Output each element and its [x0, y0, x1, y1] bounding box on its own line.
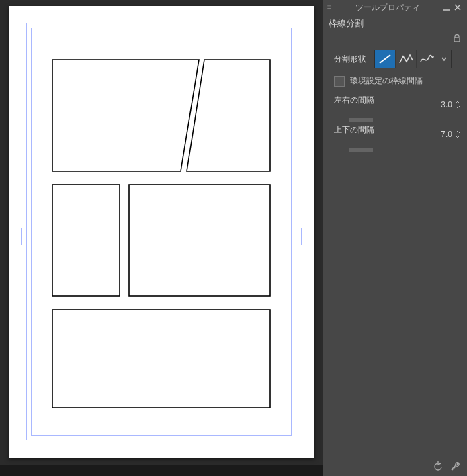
- panel-header[interactable]: ≡ ツールプロパティ: [323, 0, 467, 15]
- divide-shape-group: [374, 50, 452, 68]
- frame-panels[interactable]: [52, 59, 271, 419]
- crop-mark: [301, 228, 302, 245]
- frame-panel[interactable]: [52, 184, 120, 297]
- minimize-button[interactable]: [441, 2, 452, 13]
- horizontal-gap-slider[interactable]: [349, 118, 373, 122]
- shape-straight-button[interactable]: [375, 50, 396, 68]
- tool-property-panel: ≡ ツールプロパティ 枠線分割 分割形状: [323, 0, 467, 476]
- spinner-icon[interactable]: [455, 130, 460, 138]
- spinner-icon[interactable]: [455, 101, 460, 109]
- use-pref-gap-checkbox[interactable]: [334, 76, 345, 87]
- svg-rect-8: [454, 38, 460, 42]
- horizontal-gap-value[interactable]: 3.0: [441, 100, 460, 109]
- svg-rect-3: [129, 185, 270, 296]
- paper: [9, 6, 314, 458]
- panel-title: ツールプロパティ: [334, 2, 441, 13]
- svg-marker-0: [52, 60, 199, 171]
- canvas-area[interactable]: [0, 0, 323, 465]
- reset-icon[interactable]: [432, 461, 444, 473]
- svg-line-9: [380, 55, 390, 63]
- wrench-icon[interactable]: [450, 461, 462, 473]
- use-pref-gap-row: 環境設定の枠線間隔: [334, 75, 460, 87]
- divide-shape-row: 分割形状: [334, 50, 460, 68]
- crop-mark: [153, 17, 170, 17]
- lock-icon[interactable]: [452, 34, 462, 43]
- shape-polyline-button[interactable]: [396, 50, 417, 68]
- vertical-gap-label: 上下の間隔: [334, 125, 374, 134]
- svg-rect-2: [52, 185, 120, 296]
- grip-icon[interactable]: ≡: [327, 4, 331, 11]
- close-button[interactable]: [452, 2, 463, 13]
- use-pref-gap-label: 環境設定の枠線間隔: [350, 75, 423, 87]
- vertical-gap-value[interactable]: 7.0: [441, 130, 460, 139]
- frame-panel[interactable]: [52, 59, 200, 172]
- frame-panel[interactable]: [128, 184, 271, 297]
- vertical-gap-slider[interactable]: [349, 148, 373, 152]
- divide-shape-label: 分割形状: [334, 54, 374, 65]
- shape-spline-button[interactable]: [417, 50, 437, 68]
- subtool-header: 枠線分割: [323, 15, 467, 46]
- crop-mark: [153, 446, 170, 446]
- crop-mark: [21, 228, 22, 245]
- svg-marker-1: [187, 60, 270, 171]
- subtool-name: 枠線分割: [329, 18, 364, 28]
- vertical-gap-row: 上下の間隔 7.0: [334, 124, 460, 144]
- panel-footer: [323, 457, 467, 476]
- frame-panel[interactable]: [186, 59, 271, 172]
- frame-panel[interactable]: [52, 309, 271, 408]
- horizontal-gap-label: 左右の間隔: [334, 95, 374, 105]
- shape-dropdown-button[interactable]: [437, 50, 451, 68]
- svg-rect-4: [52, 310, 270, 408]
- horizontal-gap-row: 左右の間隔 3.0: [334, 95, 460, 115]
